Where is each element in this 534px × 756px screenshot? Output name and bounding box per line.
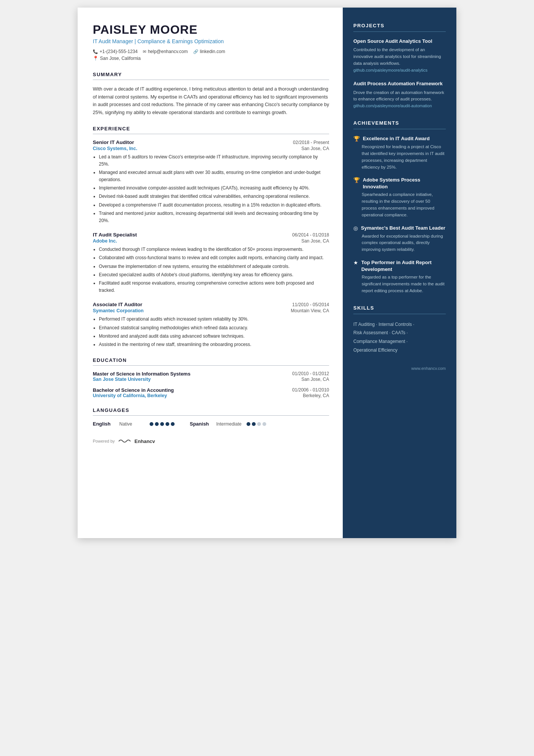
dot-filled [166, 422, 169, 426]
location-text: San Jose, California [100, 56, 141, 61]
experience-section: EXPERIENCE Senior IT Auditor 02/2018 - P… [93, 126, 329, 349]
achievement-item: ★ Top Performer in Audit Report Developm… [353, 259, 446, 294]
powered-by-label: Powered by [93, 439, 115, 443]
achievement-desc: Awarded for exceptional leadership durin… [353, 233, 446, 253]
email-contact: ✉ help@enhancv.com [143, 49, 187, 54]
project-description: Contributed to the development of an inn… [353, 47, 441, 66]
list-item: Trained and mentored junior auditors, in… [99, 210, 329, 224]
skill-line: Operational Efficiency [353, 346, 446, 355]
projects-title: PROJECTS [353, 23, 446, 28]
experience-title: EXPERIENCE [93, 126, 329, 131]
email-icon: ✉ [143, 49, 146, 54]
email-address: help@enhancv.com [148, 49, 187, 54]
languages-row: English Native Spanish Intermediate [93, 421, 329, 427]
achievement-header: ★ Top Performer in Audit Report Developm… [353, 259, 446, 272]
candidate-title: IT Audit Manager | Compliance & Earnings… [93, 38, 329, 44]
skill-line: Risk Assessment · CAATs · [353, 329, 446, 337]
achievements-section: ACHIEVEMENTS 🏆 Excellence in IT Audit Aw… [353, 120, 446, 294]
list-item: Devised risk-based audit strategies that… [99, 193, 329, 200]
education-section: EDUCATION Master of Science in Informati… [93, 357, 329, 398]
project-name: Open Source Audit Analytics Tool [353, 38, 446, 45]
job-company: Symantec Corporation [93, 308, 144, 313]
list-item: Led a team of 5 auditors to review Cisco… [99, 153, 329, 168]
language-level: Native [119, 421, 146, 427]
project-link: github.com/paisleymoore/audit-automation [353, 103, 432, 108]
edu-location: San Jose, CA [301, 377, 329, 382]
skill-line: Compliance Management · [353, 337, 446, 346]
linkedin-icon: 🔗 [193, 49, 198, 54]
achievements-divider [353, 129, 446, 129]
experience-divider [93, 134, 329, 134]
edu-school: University of California, Berkeley [93, 393, 167, 398]
job-company-row: Adobe Inc. San Jose, CA [93, 238, 329, 244]
project-link: github.com/paisleymoore/audit-analytics [353, 68, 428, 72]
job-location: Mountain View, CA [291, 308, 329, 313]
achievements-title: ACHIEVEMENTS [353, 120, 446, 126]
achievement-title: Excellence in IT Audit Award [363, 135, 430, 142]
linkedin-contact: 🔗 linkedin.com [193, 49, 225, 54]
edu-school-row: University of California, Berkeley Berke… [93, 393, 329, 398]
achievement-item: 🏆 Excellence in IT Audit Award Recognize… [353, 135, 446, 171]
job-title: IT Audit Specialist [93, 232, 137, 238]
phone-icon: 📞 [93, 49, 98, 54]
edu-dates: 01/2006 - 01/2010 [292, 387, 329, 393]
skill-line: IT Auditing · Internal Controls · [353, 320, 446, 329]
achievement-title: Adobe Systems Process Innovation [363, 177, 446, 190]
edu-school-row: San Jose State University San Jose, CA [93, 377, 329, 382]
education-item: Master of Science in Information Systems… [93, 371, 329, 382]
job-item: Senior IT Auditor 02/2018 - Present Cisc… [93, 139, 329, 225]
location-icon: 📍 [93, 56, 98, 61]
job-bullets: Performed IT operational audits which in… [93, 316, 329, 348]
languages-divider [93, 415, 329, 416]
skills-section: SKILLS IT Auditing · Internal Controls ·… [353, 305, 446, 355]
job-company: Adobe Inc. [93, 238, 117, 244]
star-icon: ★ [353, 260, 358, 266]
list-item: Executed specialized audits of Adobe's c… [99, 271, 329, 279]
achievement-desc: Spearheaded a compliance initiative, res… [353, 191, 446, 218]
summary-title: SUMMARY [93, 72, 329, 77]
projects-divider [353, 31, 446, 32]
languages-section: LANGUAGES English Native Spanish [93, 407, 329, 427]
achievement-title: Top Performer in Audit Report Developmen… [361, 259, 446, 272]
summary-section: SUMMARY With over a decade of IT auditin… [93, 72, 329, 117]
trophy-icon: 🏆 [353, 177, 360, 183]
list-item: Managed and executed annual audit plans … [99, 169, 329, 183]
language-dots [150, 422, 175, 426]
language-item: English Native [93, 421, 175, 427]
project-desc: Contributed to the development of an inn… [353, 47, 446, 74]
right-column: PROJECTS Open Source Audit Analytics Too… [343, 8, 456, 538]
language-level: Intermediate [216, 421, 243, 427]
job-header: Senior IT Auditor 02/2018 - Present [93, 139, 329, 145]
project-item: Open Source Audit Analytics Tool Contrib… [353, 38, 446, 74]
linkedin-url: linkedin.com [200, 49, 225, 54]
project-description: Drove the creation of an automation fram… [353, 90, 444, 102]
languages-title: LANGUAGES [93, 407, 329, 413]
job-bullets: Conducted thorough IT compliance reviews… [93, 246, 329, 294]
right-footer: www.enhancv.com [353, 366, 446, 371]
summary-text: With over a decade of IT auditing experi… [93, 85, 329, 117]
achievement-header: 🏆 Adobe Systems Process Innovation [353, 177, 446, 190]
achievement-title: Symantec's Best Audit Team Leader [361, 225, 445, 232]
education-item: Bachelor of Science in Accounting 01/200… [93, 387, 329, 398]
dot-filled [171, 422, 175, 426]
candidate-name: PAISLEY MOORE [93, 23, 329, 37]
achievement-item: 🏆 Adobe Systems Process Innovation Spear… [353, 177, 446, 218]
achievement-item: ◎ Symantec's Best Audit Team Leader Awar… [353, 225, 446, 253]
edu-degree: Master of Science in Information Systems [93, 371, 190, 377]
summary-divider [93, 80, 329, 80]
job-title: Senior IT Auditor [93, 139, 134, 145]
edu-header: Bachelor of Science in Accounting 01/200… [93, 387, 329, 393]
project-desc: Drove the creation of an automation fram… [353, 89, 446, 110]
edu-school: San Jose State University [93, 377, 151, 382]
edu-location: Berkeley, CA [303, 393, 329, 398]
job-item: Associate IT Auditor 11/2010 - 05/2014 S… [93, 302, 329, 348]
list-item: Conducted thorough IT compliance reviews… [99, 246, 329, 253]
dot-filled [160, 422, 164, 426]
dot-filled [155, 422, 159, 426]
project-item: Audit Process Automation Framework Drove… [353, 80, 446, 110]
achievement-desc: Recognized for leading a project at Cisc… [353, 144, 446, 171]
job-company-row: Symantec Corporation Mountain View, CA [93, 308, 329, 313]
job-header: Associate IT Auditor 11/2010 - 05/2014 [93, 302, 329, 307]
job-dates: 02/2018 - Present [293, 140, 329, 145]
edu-dates: 01/2010 - 01/2012 [292, 371, 329, 377]
